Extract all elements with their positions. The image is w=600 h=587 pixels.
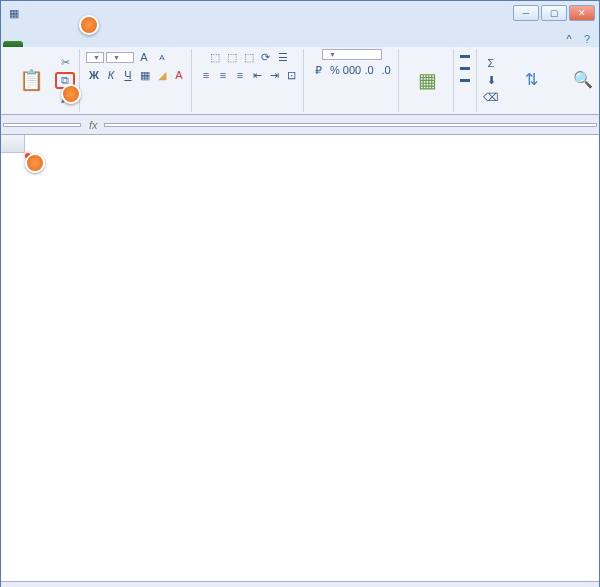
group-font: ▼ ▼ A A Ж К Ч ▦ ◢ A — [82, 49, 192, 112]
italic-button[interactable]: К — [103, 67, 119, 83]
align-center-icon[interactable]: ≡ — [215, 67, 231, 83]
excel-icon: ▦ — [5, 4, 23, 22]
delete-cells-button[interactable]: ▬ — [460, 61, 472, 72]
cut-button[interactable]: ✂ — [55, 54, 75, 71]
fx-icon[interactable]: fx — [83, 119, 104, 131]
minimize-button[interactable]: ─ — [513, 5, 539, 21]
font-label — [86, 111, 187, 112]
formula-bar[interactable] — [104, 123, 597, 127]
sheet-tab-bar — [1, 581, 599, 587]
format-cells-button[interactable]: ▬ — [460, 73, 472, 84]
underline-button[interactable]: Ч — [120, 67, 136, 83]
styles-icon: ▦ — [418, 68, 437, 92]
currency-icon[interactable]: ₽ — [310, 62, 326, 78]
select-all-corner[interactable] — [1, 135, 25, 153]
ribbon-tabs: ^ ? — [1, 25, 599, 47]
sort-filter-button[interactable]: ⇅ — [505, 70, 557, 90]
callout-2 — [79, 15, 99, 35]
align-left-icon[interactable]: ≡ — [198, 67, 214, 83]
name-box[interactable] — [3, 123, 81, 127]
file-tab[interactable] — [3, 41, 23, 47]
orientation-icon[interactable]: ⟳ — [258, 49, 274, 65]
group-number: ▼ ₽ % 000 .0 .0 — [306, 49, 399, 112]
group-cells: ▬ ▬ ▬ — [456, 49, 477, 112]
sort-icon: ⇅ — [525, 70, 538, 89]
callout-3 — [61, 84, 81, 104]
styles-button[interactable]: ▦ — [405, 68, 449, 93]
undo-icon[interactable] — [45, 4, 63, 22]
merge-icon[interactable]: ⊡ — [283, 67, 299, 83]
align-right-icon[interactable]: ≡ — [232, 67, 248, 83]
group-editing: Σ ⬇ ⌫ ⇅ 🔍 — [479, 49, 600, 112]
number-label — [310, 111, 394, 112]
fill-icon[interactable]: ⬇ — [483, 72, 499, 88]
comma-icon[interactable]: 000 — [344, 62, 360, 78]
group-styles: ▦ — [401, 49, 454, 112]
indent-inc-icon[interactable]: ⇥ — [266, 67, 282, 83]
ribbon-minimize-icon[interactable]: ^ — [561, 31, 577, 47]
align-bottom-icon[interactable]: ⬚ — [241, 49, 257, 65]
find-select-button[interactable]: 🔍 — [559, 70, 600, 90]
ribbon: 📋 ✂ ⧉ 🖌 ▼ ▼ A A — [1, 47, 599, 115]
align-label — [198, 111, 299, 112]
align-top-icon[interactable]: ⬚ — [207, 49, 223, 65]
font-size-combo[interactable]: ▼ — [106, 52, 134, 63]
dec-decimal-icon[interactable]: .0 — [378, 62, 394, 78]
worksheet[interactable] — [1, 135, 599, 581]
font-color-button[interactable]: A — [171, 67, 187, 83]
font-name-combo[interactable]: ▼ — [86, 52, 104, 63]
shrink-font-icon[interactable]: A — [154, 49, 170, 65]
help-icon[interactable]: ? — [579, 31, 595, 47]
border-button[interactable]: ▦ — [137, 67, 153, 83]
group-alignment: ⬚ ⬚ ⬚ ⟳ ☰ ≡ ≡ ≡ ⇤ ⇥ ⊡ — [194, 49, 304, 112]
insert-cells-button[interactable]: ▬ — [460, 49, 472, 60]
callout-1 — [25, 153, 45, 173]
clipboard-label — [9, 111, 75, 112]
editing-label — [483, 111, 600, 112]
group-clipboard: 📋 ✂ ⧉ 🖌 — [5, 49, 80, 112]
fill-color-button[interactable]: ◢ — [154, 67, 170, 83]
grow-font-icon[interactable]: A — [136, 49, 152, 65]
maximize-button[interactable]: ▢ — [541, 5, 567, 21]
percent-icon[interactable]: % — [327, 62, 343, 78]
bold-button[interactable]: Ж — [86, 67, 102, 83]
paste-icon: 📋 — [19, 68, 44, 92]
find-icon: 🔍 — [573, 70, 593, 89]
close-button[interactable]: ✕ — [569, 5, 595, 21]
formula-bar-row: fx — [1, 115, 599, 135]
cells-label — [460, 111, 472, 112]
wrap-text-icon[interactable]: ☰ — [275, 49, 291, 65]
align-middle-icon[interactable]: ⬚ — [224, 49, 240, 65]
inc-decimal-icon[interactable]: .0 — [361, 62, 377, 78]
autosum-icon[interactable]: Σ — [483, 55, 499, 71]
paste-button[interactable]: 📋 — [9, 68, 53, 93]
indent-dec-icon[interactable]: ⇤ — [249, 67, 265, 83]
number-format-combo[interactable]: ▼ — [322, 49, 382, 60]
quick-access-toolbar: ▦ — [5, 4, 83, 22]
copy-button[interactable]: ⧉ — [55, 72, 75, 89]
save-icon[interactable] — [25, 4, 43, 22]
clear-icon[interactable]: ⌫ — [483, 89, 499, 105]
